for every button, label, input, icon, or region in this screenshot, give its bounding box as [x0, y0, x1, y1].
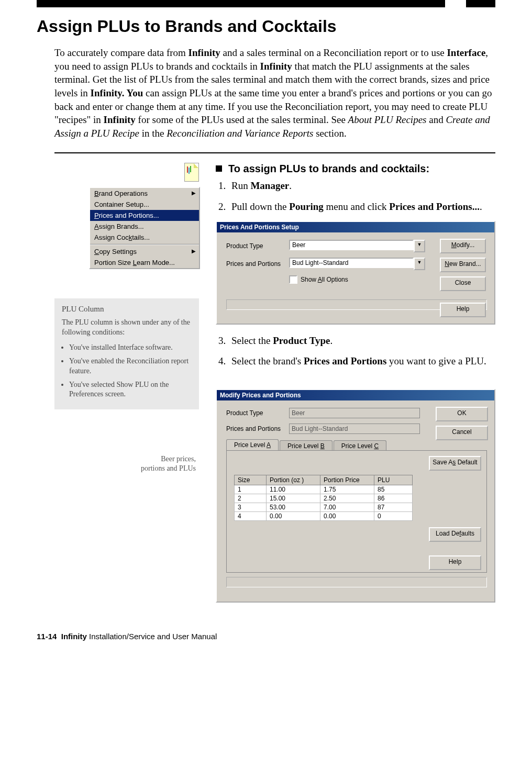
- note-title: PLU Column: [62, 305, 192, 314]
- step-4: Select the brand's Prices and Portions y…: [228, 354, 495, 368]
- menu-item-assign-brands[interactable]: Assign Brands...: [90, 221, 199, 232]
- header-rule: [37, 0, 495, 7]
- tab-price-level-c[interactable]: Price Level C: [334, 440, 386, 451]
- product-type-field: [289, 408, 420, 418]
- pouring-menu: Brand Operations▶ Container Setup... Pri…: [89, 187, 200, 269]
- product-type-label: Product Type: [226, 242, 289, 250]
- load-defaults-button[interactable]: Load Defaults: [429, 527, 481, 542]
- col-price: Portion Price: [320, 475, 374, 485]
- submenu-arrow-icon: ▶: [192, 190, 196, 196]
- note-bullet: You've enabled the Reconciliation report…: [69, 357, 192, 375]
- step-3: Select the Product Type.: [228, 334, 495, 348]
- menu-item-container-setup[interactable]: Container Setup...: [90, 199, 199, 210]
- menu-item-assign-cocktails[interactable]: Assign Cocktails...: [90, 232, 199, 243]
- page-title: Assign PLUs to Brands and Cocktails: [37, 17, 495, 36]
- menu-item-portion-learn[interactable]: Portion Size Learn Mode...: [90, 257, 199, 268]
- new-brand-button[interactable]: New Brand...: [440, 258, 486, 272]
- product-type-label: Product Type: [226, 409, 289, 417]
- divider: [54, 152, 495, 153]
- table-row: 111.001.7585: [235, 485, 413, 494]
- modify-prices-portions-dialog: Modify Prices and Portions OK Cancel Pro…: [216, 389, 495, 603]
- table-row: 353.007.0087: [235, 503, 413, 512]
- status-bar: [226, 577, 487, 587]
- modify-button[interactable]: Modify...: [440, 239, 486, 253]
- note-text: The PLU column is shown under any of the…: [62, 318, 192, 338]
- close-button[interactable]: Close: [440, 276, 486, 291]
- figure-caption: Beer prices,portions and PLUs: [54, 454, 199, 473]
- procedure-heading: To assign PLUs to brands and cocktails:: [216, 163, 495, 175]
- table-row: 40.000.000: [235, 512, 413, 521]
- plu-column-note: PLU Column The PLU column is shown under…: [54, 298, 199, 409]
- note-bullet: You've installed Interface software.: [69, 343, 192, 352]
- dialog-title: Prices And Portions Setup: [217, 222, 494, 232]
- dropdown-arrow-icon[interactable]: ▼: [414, 240, 425, 252]
- col-portion: Portion (oz ): [267, 475, 320, 485]
- square-bullet-icon: [216, 165, 222, 172]
- plu-table: Size Portion (oz ) Portion Price PLU 111…: [234, 475, 413, 521]
- step-1: Run Manager.: [228, 179, 495, 193]
- tab-price-level-a[interactable]: Price Level A: [226, 439, 279, 450]
- table-row: 215.002.5086: [235, 494, 413, 503]
- menu-item-copy-settings[interactable]: Copy Settings▶: [90, 246, 199, 257]
- col-plu: PLU: [374, 475, 413, 485]
- product-type-dropdown[interactable]: [289, 240, 414, 250]
- dialog-title: Modify Prices and Portions: [217, 390, 494, 400]
- intro-paragraph: To accurately compare data from Infinity…: [54, 46, 495, 140]
- prices-portions-field: [289, 424, 420, 434]
- prices-portions-setup-dialog: Prices And Portions Setup Modify... New …: [216, 221, 495, 325]
- page-footer: 11-14 Infinity Installation/Service and …: [37, 632, 495, 641]
- menu-separator: [90, 244, 199, 245]
- tab-price-level-b[interactable]: Price Level B: [280, 440, 332, 451]
- save-as-default-button[interactable]: Save As Default: [429, 456, 481, 471]
- price-level-panel: Save As Default Load Defaults Help Size …: [226, 450, 487, 573]
- ok-button[interactable]: OK: [436, 407, 488, 421]
- menu-item-brand-operations[interactable]: Brand Operations▶: [90, 188, 199, 199]
- note-icon: [184, 163, 199, 182]
- submenu-arrow-icon: ▶: [192, 248, 196, 254]
- step-2: Pull down the Pouring menu and click Pri…: [228, 200, 495, 214]
- prices-portions-dropdown[interactable]: [289, 258, 414, 268]
- cancel-button[interactable]: Cancel: [436, 426, 488, 440]
- prices-portions-label: Prices and Portions: [226, 425, 289, 432]
- prices-portions-label: Prices and Portions: [226, 260, 289, 268]
- menu-item-prices-portions[interactable]: Prices and Portions...: [90, 210, 199, 221]
- dropdown-arrow-icon[interactable]: ▼: [414, 258, 425, 270]
- help-button[interactable]: Help: [440, 303, 486, 317]
- help-button[interactable]: Help: [429, 555, 481, 570]
- col-size: Size: [235, 475, 267, 485]
- note-bullet: You've selected Show PLU on the Preferen…: [69, 380, 192, 399]
